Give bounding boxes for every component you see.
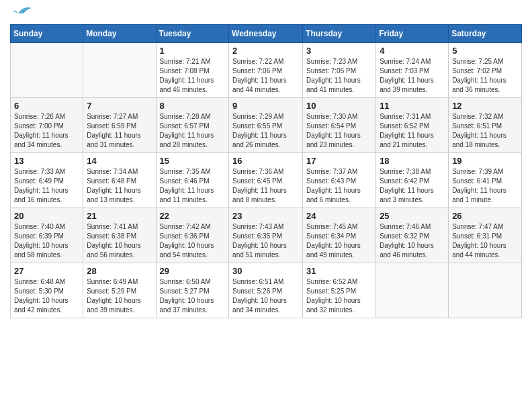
calendar-cell: 9Sunrise: 7:29 AMSunset: 6:55 PMDaylight… bbox=[229, 98, 303, 153]
weekday-header: Friday bbox=[376, 25, 449, 43]
day-info: Sunrise: 7:25 AMSunset: 7:02 PMDaylight:… bbox=[452, 57, 518, 95]
day-info: Sunrise: 7:31 AMSunset: 6:52 PMDaylight:… bbox=[380, 112, 445, 150]
day-info: Sunrise: 7:24 AMSunset: 7:03 PMDaylight:… bbox=[380, 57, 445, 95]
day-number: 20 bbox=[14, 211, 79, 221]
day-number: 17 bbox=[306, 156, 372, 166]
day-number: 16 bbox=[232, 156, 299, 166]
calendar-cell: 1Sunrise: 7:21 AMSunset: 7:08 PMDaylight… bbox=[156, 43, 229, 98]
day-info: Sunrise: 7:35 AMSunset: 6:46 PMDaylight:… bbox=[160, 167, 226, 205]
day-number: 12 bbox=[452, 101, 518, 111]
day-info: Sunrise: 7:43 AMSunset: 6:35 PMDaylight:… bbox=[232, 222, 299, 260]
day-info: Sunrise: 7:33 AMSunset: 6:49 PMDaylight:… bbox=[14, 167, 79, 205]
day-number: 3 bbox=[306, 46, 372, 56]
calendar-cell: 10Sunrise: 7:30 AMSunset: 6:54 PMDayligh… bbox=[303, 98, 376, 153]
day-number: 11 bbox=[380, 101, 445, 111]
day-number: 24 bbox=[306, 211, 372, 221]
calendar-cell: 4Sunrise: 7:24 AMSunset: 7:03 PMDaylight… bbox=[376, 43, 449, 98]
day-number: 10 bbox=[306, 101, 372, 111]
calendar-cell: 23Sunrise: 7:43 AMSunset: 6:35 PMDayligh… bbox=[229, 208, 303, 263]
day-number: 13 bbox=[14, 156, 79, 166]
day-number: 27 bbox=[14, 266, 79, 276]
day-info: Sunrise: 7:27 AMSunset: 6:59 PMDaylight:… bbox=[87, 112, 152, 150]
weekday-header: Thursday bbox=[303, 25, 376, 43]
day-number: 25 bbox=[380, 211, 445, 221]
weekday-header: Tuesday bbox=[156, 25, 229, 43]
calendar-cell: 17Sunrise: 7:37 AMSunset: 6:43 PMDayligh… bbox=[303, 153, 376, 208]
calendar-cell bbox=[376, 263, 449, 318]
day-number: 14 bbox=[87, 156, 152, 166]
day-info: Sunrise: 7:41 AMSunset: 6:38 PMDaylight:… bbox=[87, 222, 152, 260]
calendar-cell: 3Sunrise: 7:23 AMSunset: 7:05 PMDaylight… bbox=[303, 43, 376, 98]
calendar-week-row: 6Sunrise: 7:26 AMSunset: 7:00 PMDaylight… bbox=[11, 98, 522, 153]
day-number: 22 bbox=[160, 211, 226, 221]
calendar-cell: 25Sunrise: 7:46 AMSunset: 6:32 PMDayligh… bbox=[376, 208, 449, 263]
calendar-cell: 7Sunrise: 7:27 AMSunset: 6:59 PMDaylight… bbox=[83, 98, 156, 153]
calendar-cell: 12Sunrise: 7:32 AMSunset: 6:51 PMDayligh… bbox=[449, 98, 522, 153]
weekday-header: Monday bbox=[83, 25, 156, 43]
day-info: Sunrise: 7:39 AMSunset: 6:41 PMDaylight:… bbox=[452, 167, 518, 205]
day-info: Sunrise: 7:22 AMSunset: 7:06 PMDaylight:… bbox=[232, 57, 299, 95]
day-number: 19 bbox=[452, 156, 518, 166]
day-number: 18 bbox=[380, 156, 445, 166]
day-number: 6 bbox=[14, 101, 79, 111]
day-info: Sunrise: 7:23 AMSunset: 7:05 PMDaylight:… bbox=[306, 57, 372, 95]
calendar-cell: 2Sunrise: 7:22 AMSunset: 7:06 PMDaylight… bbox=[229, 43, 303, 98]
day-info: Sunrise: 7:37 AMSunset: 6:43 PMDaylight:… bbox=[306, 167, 372, 205]
day-number: 9 bbox=[232, 101, 299, 111]
calendar-cell: 29Sunrise: 6:50 AMSunset: 5:27 PMDayligh… bbox=[156, 263, 229, 318]
logo-bird-icon bbox=[13, 4, 33, 19]
day-info: Sunrise: 7:46 AMSunset: 6:32 PMDaylight:… bbox=[380, 222, 445, 260]
day-number: 28 bbox=[87, 266, 152, 276]
logo bbox=[10, 9, 33, 19]
page: SundayMondayTuesdayWednesdayThursdayFrid… bbox=[0, 0, 532, 411]
day-info: Sunrise: 6:48 AMSunset: 5:30 PMDaylight:… bbox=[14, 277, 79, 315]
calendar-cell: 14Sunrise: 7:34 AMSunset: 6:48 PMDayligh… bbox=[83, 153, 156, 208]
day-number: 26 bbox=[452, 211, 518, 221]
calendar-cell: 31Sunrise: 6:52 AMSunset: 5:25 PMDayligh… bbox=[303, 263, 376, 318]
day-number: 15 bbox=[160, 156, 226, 166]
day-info: Sunrise: 7:45 AMSunset: 6:34 PMDaylight:… bbox=[306, 222, 372, 260]
calendar-week-row: 27Sunrise: 6:48 AMSunset: 5:30 PMDayligh… bbox=[11, 263, 522, 318]
calendar-cell bbox=[11, 43, 83, 98]
day-info: Sunrise: 7:32 AMSunset: 6:51 PMDaylight:… bbox=[452, 112, 518, 150]
day-info: Sunrise: 7:28 AMSunset: 6:57 PMDaylight:… bbox=[160, 112, 226, 150]
calendar-week-row: 1Sunrise: 7:21 AMSunset: 7:08 PMDaylight… bbox=[11, 43, 522, 98]
day-info: Sunrise: 7:47 AMSunset: 6:31 PMDaylight:… bbox=[452, 222, 518, 260]
day-number: 8 bbox=[160, 101, 226, 111]
weekday-header: Saturday bbox=[449, 25, 522, 43]
calendar-cell: 8Sunrise: 7:28 AMSunset: 6:57 PMDaylight… bbox=[156, 98, 229, 153]
day-info: Sunrise: 7:42 AMSunset: 6:36 PMDaylight:… bbox=[160, 222, 226, 260]
calendar-cell: 6Sunrise: 7:26 AMSunset: 7:00 PMDaylight… bbox=[11, 98, 83, 153]
calendar-cell: 5Sunrise: 7:25 AMSunset: 7:02 PMDaylight… bbox=[449, 43, 522, 98]
day-info: Sunrise: 7:30 AMSunset: 6:54 PMDaylight:… bbox=[306, 112, 372, 150]
calendar-table: SundayMondayTuesdayWednesdayThursdayFrid… bbox=[10, 24, 522, 318]
calendar-header-row: SundayMondayTuesdayWednesdayThursdayFrid… bbox=[11, 25, 522, 43]
day-info: Sunrise: 7:21 AMSunset: 7:08 PMDaylight:… bbox=[160, 57, 226, 95]
day-number: 2 bbox=[232, 46, 299, 56]
day-number: 21 bbox=[87, 211, 152, 221]
calendar-cell: 27Sunrise: 6:48 AMSunset: 5:30 PMDayligh… bbox=[11, 263, 83, 318]
day-number: 23 bbox=[232, 211, 299, 221]
day-info: Sunrise: 7:29 AMSunset: 6:55 PMDaylight:… bbox=[232, 112, 299, 150]
day-info: Sunrise: 7:26 AMSunset: 7:00 PMDaylight:… bbox=[14, 112, 79, 150]
day-number: 5 bbox=[452, 46, 518, 56]
weekday-header: Sunday bbox=[11, 25, 83, 43]
calendar-cell: 15Sunrise: 7:35 AMSunset: 6:46 PMDayligh… bbox=[156, 153, 229, 208]
day-number: 30 bbox=[232, 266, 299, 276]
day-number: 7 bbox=[87, 101, 152, 111]
calendar-cell: 28Sunrise: 6:49 AMSunset: 5:29 PMDayligh… bbox=[83, 263, 156, 318]
day-info: Sunrise: 7:36 AMSunset: 6:45 PMDaylight:… bbox=[232, 167, 299, 205]
day-info: Sunrise: 7:34 AMSunset: 6:48 PMDaylight:… bbox=[87, 167, 152, 205]
calendar-cell: 21Sunrise: 7:41 AMSunset: 6:38 PMDayligh… bbox=[83, 208, 156, 263]
calendar-week-row: 20Sunrise: 7:40 AMSunset: 6:39 PMDayligh… bbox=[11, 208, 522, 263]
calendar-cell: 24Sunrise: 7:45 AMSunset: 6:34 PMDayligh… bbox=[303, 208, 376, 263]
calendar-cell bbox=[83, 43, 156, 98]
calendar-cell: 19Sunrise: 7:39 AMSunset: 6:41 PMDayligh… bbox=[449, 153, 522, 208]
day-number: 1 bbox=[160, 46, 226, 56]
header bbox=[10, 7, 522, 19]
calendar-cell: 13Sunrise: 7:33 AMSunset: 6:49 PMDayligh… bbox=[11, 153, 83, 208]
day-number: 31 bbox=[306, 266, 372, 276]
day-info: Sunrise: 6:49 AMSunset: 5:29 PMDaylight:… bbox=[87, 277, 152, 315]
weekday-header: Wednesday bbox=[229, 25, 303, 43]
day-info: Sunrise: 6:50 AMSunset: 5:27 PMDaylight:… bbox=[160, 277, 226, 315]
